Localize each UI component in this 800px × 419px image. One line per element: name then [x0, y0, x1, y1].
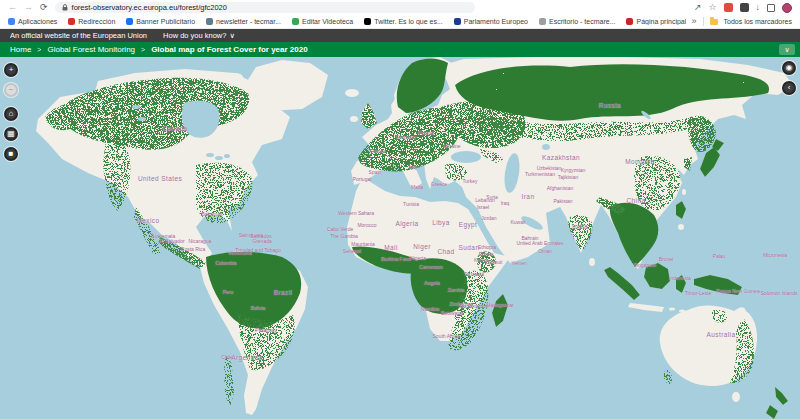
browser-toolbar: ← → ⟳ forest-observatory.ec.europa.eu/fo… [0, 0, 800, 15]
bookmark[interactable]: Twitter. Es lo que es... [364, 18, 442, 25]
tab-window-icon[interactable] [767, 4, 775, 12]
bookmark-favicon [126, 18, 133, 25]
bookmarks-list: Aplicaciones Redirección Banner Publicit… [8, 18, 686, 25]
bookmark-favicon [364, 18, 371, 25]
map-controls-right: ◉‹ [782, 61, 796, 95]
map-controls-left: +−⌂▦■ [4, 63, 18, 161]
breadcrumb-item[interactable]: Global Forest Monitoring [47, 45, 135, 54]
eu-banner: An official website of the European Unio… [0, 29, 800, 42]
extension-icon[interactable] [724, 3, 733, 12]
url-bar[interactable]: forest-observatory.ec.europa.eu/forest/g… [55, 2, 475, 13]
bookmark[interactable]: Editar Videoteca [292, 18, 353, 25]
zoom-out-button[interactable]: − [4, 83, 18, 97]
bookmark[interactable]: Página principal - E... [626, 18, 685, 25]
all-bookmarks-label[interactable]: Todos los marcadores [724, 18, 792, 25]
bookmark[interactable]: Escritorio - tecmare... [539, 18, 616, 25]
download-icon[interactable]: ↓ [756, 3, 761, 12]
breadcrumb: Home>Global Forest Monitoring>Global map… [10, 45, 308, 54]
home-extent-button[interactable]: ⌂ [4, 107, 18, 121]
collapse-bar-button[interactable]: ∨ [779, 44, 795, 55]
bookmark-star-icon[interactable]: ☆ [708, 3, 716, 12]
bookmarks-bar: Aplicaciones Redirección Banner Publicit… [0, 15, 800, 29]
basemap-grid-button[interactable]: ▦ [4, 127, 18, 141]
reload-icon[interactable]: ⟳ [40, 3, 48, 12]
bookmark-favicon [454, 18, 461, 25]
bookmark-favicon [206, 18, 213, 25]
bookmark-favicon [539, 18, 546, 25]
bookmarks-overflow-icon[interactable]: » [692, 17, 697, 26]
bookmark[interactable]: Parlamento Europeo [454, 18, 528, 25]
zoom-in-button[interactable]: + [4, 63, 18, 77]
world-map[interactable] [0, 57, 800, 419]
breadcrumb-item: Global map of Forest Cover for year 2020 [151, 45, 308, 54]
eu-banner-text: An official website of the European Unio… [10, 31, 147, 40]
bookmark[interactable]: Redirección [68, 18, 115, 25]
forward-icon[interactable]: → [24, 3, 33, 12]
breadcrumb-separator: > [37, 46, 41, 53]
how-do-you-know-link[interactable]: How do you know? ∨ [163, 31, 235, 40]
breadcrumb-separator: > [141, 46, 145, 53]
map-container: CanadaUnited StatesMexicoBahamasGuatemal… [0, 57, 800, 419]
share-icon[interactable]: ↗ [694, 3, 702, 12]
bookmark-favicon [68, 18, 75, 25]
profile-avatar[interactable] [782, 3, 792, 13]
divider [703, 17, 704, 26]
extensions-puzzle-icon[interactable] [740, 3, 749, 12]
locate-button[interactable]: ◉ [782, 61, 796, 75]
bookmark[interactable]: Aplicaciones [8, 18, 57, 25]
breadcrumb-item[interactable]: Home [10, 45, 31, 54]
breadcrumb-bar: Home>Global Forest Monitoring>Global map… [0, 42, 800, 57]
extent-box-button[interactable]: ■ [4, 147, 18, 161]
folder-icon [710, 19, 718, 25]
chevron-down-icon: ∨ [229, 31, 235, 40]
url-text: forest-observatory.ec.europa.eu/forest/g… [72, 3, 227, 12]
bookmark-favicon [626, 18, 633, 25]
lock-icon [62, 4, 68, 11]
bookmark-favicon [292, 18, 299, 25]
back-icon[interactable]: ← [8, 3, 17, 12]
bookmark-favicon [8, 18, 15, 25]
bookmark[interactable]: newsletter - tecmar... [206, 18, 281, 25]
collapse-panel-button[interactable]: ‹ [782, 81, 796, 95]
bookmark[interactable]: Banner Publicitario [126, 18, 195, 25]
